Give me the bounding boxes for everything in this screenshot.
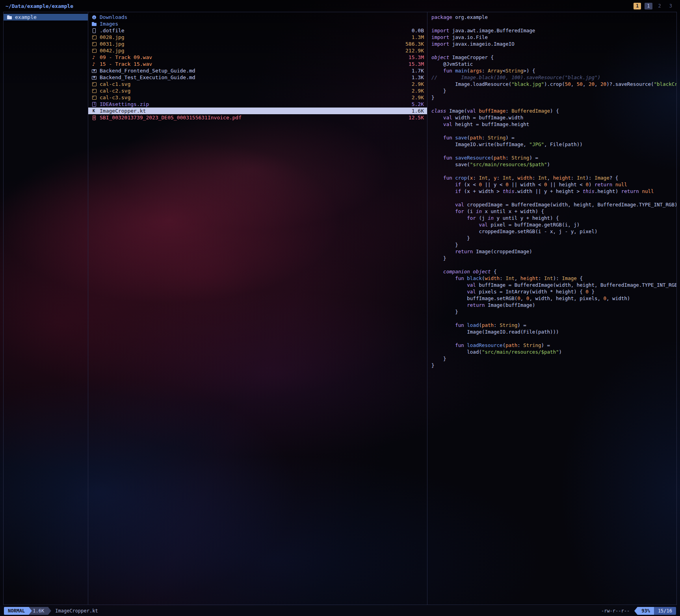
- code-line: package org.example: [431, 14, 676, 20]
- code-line: }: [431, 235, 676, 241]
- file-name: .dotfile: [100, 28, 124, 33]
- image-icon: [91, 88, 97, 94]
- scroll-percent-badge: 93%: [637, 607, 654, 615]
- code-line: Image(ImageIO.read(File(path))): [431, 328, 676, 335]
- dir-name: example: [15, 14, 37, 20]
- code-line: return Image(buffImage): [431, 302, 676, 308]
- file-row[interactable]: SBI_0032013739_2023_DE05_0003155631Invoi…: [88, 114, 427, 121]
- code-line: fun crop(x: Int, y: Int, width: Int, hei…: [431, 174, 676, 181]
- file-row[interactable]: 0042.jpg212.9K: [88, 47, 427, 54]
- tab-1[interactable]: 1: [645, 3, 652, 9]
- image-icon: [91, 48, 97, 54]
- image-icon: [91, 41, 97, 47]
- file-name: Downloads: [100, 14, 127, 20]
- current-file-label: ImageCropper.kt: [55, 608, 98, 614]
- code-line: fun load(path: String) =: [431, 322, 676, 328]
- file-name: ImageCropper.kt: [100, 108, 146, 114]
- cursor-position-badge: 15/16: [654, 607, 676, 615]
- code-line: val croppedImage = BufferedImage(width, …: [431, 201, 676, 208]
- code-line: for (j in y until y + height) {: [431, 215, 676, 221]
- code-line: class Image(val buffImage: BufferedImage…: [431, 108, 676, 114]
- code-line: }: [431, 255, 676, 262]
- file-row[interactable]: cal-c3.svg2.9K: [88, 94, 427, 101]
- downloads-icon: [91, 15, 97, 20]
- parent-dir-item[interactable]: example: [4, 14, 88, 20]
- file-row[interactable]: Backend_Frontend_Setup_Guide.md1.7K: [88, 67, 427, 74]
- powerline-separator-icon: [29, 607, 32, 615]
- image-icon: [91, 95, 97, 100]
- file-row[interactable]: Downloads: [88, 14, 427, 20]
- file-row[interactable]: cal-c1.svg2.9K: [88, 81, 427, 87]
- file-size: 15.3M: [405, 54, 424, 60]
- file-row[interactable]: 0028.jpg1.3M: [88, 34, 427, 41]
- markdown-icon: [91, 68, 97, 74]
- code-line: [431, 148, 676, 154]
- file-row[interactable]: 09 - Track 09.wav15.3M: [88, 54, 427, 61]
- code-line: [431, 128, 676, 134]
- code-line: val buffImage = BufferedImage(width, hei…: [431, 282, 676, 288]
- code-line: if (x + width > this.width || y + height…: [431, 188, 676, 195]
- code-line: for (i in x until x + width) {: [431, 208, 676, 215]
- file-row[interactable]: Backend_Test_Execution_Guide.md1.3K: [88, 74, 427, 81]
- cwd-path: ~/Data/example/example: [6, 3, 73, 9]
- code-line: [431, 195, 676, 201]
- file-name: 09 - Track 09.wav: [100, 54, 152, 60]
- file-row[interactable]: IDEAsettings.zip5.2K: [88, 101, 427, 108]
- code-line: save("src/main/resources/$path"): [431, 161, 676, 168]
- code-line: }: [431, 241, 676, 248]
- file-size: 1.3K: [408, 74, 424, 80]
- file-name: IDEAsettings.zip: [100, 101, 149, 107]
- code-line: [431, 262, 676, 268]
- code-line: [431, 315, 676, 322]
- file-list-pane[interactable]: DownloadsImages.dotfile0.0B0028.jpg1.3M0…: [88, 12, 427, 605]
- code-line: return Image(croppedImage): [431, 248, 676, 255]
- code-line: import javax.imageio.ImageIO: [431, 41, 676, 47]
- code-line: }: [431, 355, 676, 362]
- file-icon: [91, 28, 97, 33]
- tab-2[interactable]: 2: [656, 3, 663, 9]
- parent-directory-pane: example: [4, 12, 88, 605]
- file-size: 2.9K: [408, 95, 424, 100]
- folder-icon: [7, 15, 12, 20]
- file-size: 212.9K: [401, 48, 424, 54]
- file-name: 0031.jpg: [100, 41, 124, 47]
- code-line: [431, 101, 676, 108]
- file-size: 12.5K: [405, 115, 424, 121]
- code-line: val width = buffImage.width: [431, 114, 676, 121]
- code-line: [431, 47, 676, 54]
- file-row[interactable]: cal-c2.svg2.9K: [88, 87, 427, 94]
- file-name: cal-c3.svg: [100, 95, 130, 100]
- file-size: 1.3M: [408, 34, 424, 40]
- code-line: fun saveResource(path: String) =: [431, 154, 676, 161]
- panes: example DownloadsImages.dotfile0.0B0028.…: [3, 12, 677, 605]
- file-size: 2.9K: [408, 81, 424, 87]
- code-line: }: [431, 87, 676, 94]
- code-line: [431, 20, 676, 27]
- file-row[interactable]: 15 - Track 15.wav15.3M: [88, 61, 427, 67]
- audio-icon: [91, 61, 97, 67]
- tab-1[interactable]: 1: [634, 3, 641, 9]
- header: ~/Data/example/example 1123: [0, 0, 680, 12]
- code-line: fun loadResource(path: String) =: [431, 342, 676, 349]
- code-line: load("src/main/resources/$path"): [431, 349, 676, 355]
- file-name: SBI_0032013739_2023_DE05_0003155631Invoi…: [100, 115, 242, 121]
- code-line: }: [431, 308, 676, 315]
- code-line: if (x < 0 || y < 0 || width < 0 || heigh…: [431, 181, 676, 188]
- tab-3[interactable]: 3: [667, 3, 674, 9]
- permissions-label: -rw-r--r--: [601, 608, 630, 614]
- code-line: [431, 335, 676, 342]
- file-row[interactable]: Images: [88, 20, 427, 27]
- status-bar: NORMAL 1.6K ImageCropper.kt -rw-r--r-- 9…: [0, 606, 680, 616]
- file-name: Backend_Frontend_Setup_Guide.md: [100, 68, 195, 74]
- file-name: 15 - Track 15.wav: [100, 61, 152, 67]
- code-line: object ImageCropper {: [431, 54, 676, 61]
- terminal-file-manager: ~/Data/example/example 1123 example Down…: [0, 0, 680, 616]
- file-row[interactable]: 0031.jpg586.3K: [88, 41, 427, 47]
- code-line: }: [431, 362, 676, 369]
- code-line: companion object {: [431, 268, 676, 275]
- file-row[interactable]: .dotfile0.0B: [88, 27, 427, 34]
- file-row[interactable]: ImageCropper.kt1.6K: [88, 108, 427, 114]
- code-line: fun save(path: String) =: [431, 134, 676, 141]
- code-line: val pixels = IntArray(width * height) { …: [431, 288, 676, 295]
- file-name: 0042.jpg: [100, 48, 124, 54]
